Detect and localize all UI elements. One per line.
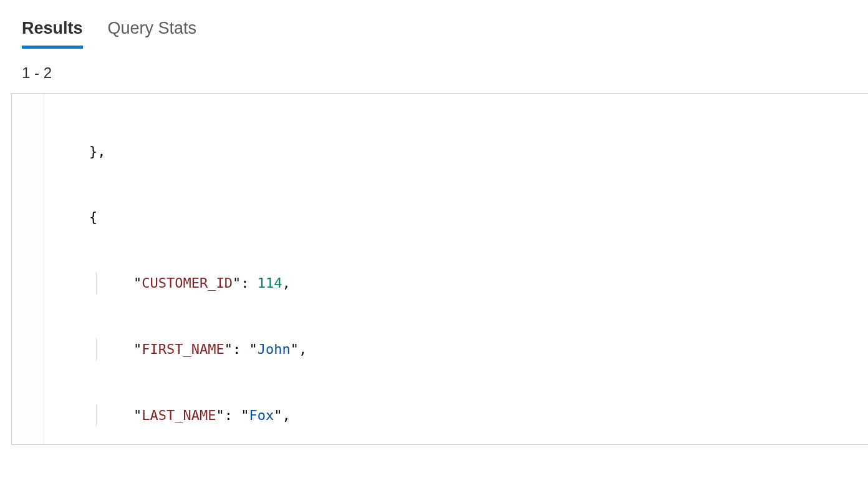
value-last-name: Fox: [249, 407, 274, 423]
tabs: Results Query Stats: [0, 0, 868, 49]
results-range: 1 - 2: [0, 49, 868, 93]
value-first-name: John: [258, 341, 291, 357]
brace-close: },: [89, 144, 106, 159]
tab-query-stats[interactable]: Query Stats: [108, 19, 197, 49]
value-customer-id: 114: [258, 275, 282, 291]
tab-results[interactable]: Results: [22, 19, 83, 49]
code-line: },: [44, 140, 868, 162]
code-line: "LAST_NAME": "Fox",: [44, 404, 868, 426]
code-line: "CUSTOMER_ID": 114,: [44, 272, 868, 294]
code-content[interactable]: }, { "CUSTOMER_ID": 114, "FIRST_NAME": "…: [44, 94, 868, 445]
line-gutter: [12, 94, 44, 444]
code-line: "FIRST_NAME": "John",: [44, 338, 868, 360]
brace-open: {: [89, 209, 97, 225]
code-line: {: [44, 206, 868, 228]
json-editor[interactable]: }, { "CUSTOMER_ID": 114, "FIRST_NAME": "…: [11, 93, 868, 445]
